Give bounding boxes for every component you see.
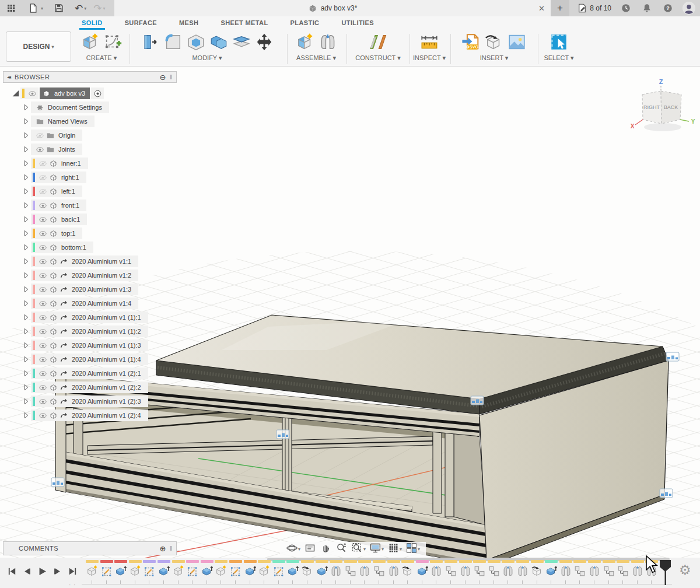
timeline-feature-joint[interactable] <box>502 560 514 578</box>
canvas-icon[interactable] <box>507 32 527 52</box>
timeline-position-marker[interactable] <box>659 559 672 588</box>
save-icon[interactable] <box>52 2 65 15</box>
browser-row-left-1[interactable]: left:1 <box>22 186 82 197</box>
timeline-feature-component[interactable] <box>215 560 228 578</box>
new-tab-button[interactable]: + <box>551 0 569 16</box>
nav-grid-display-button[interactable]: ▾ <box>387 542 402 556</box>
expand-arrow-icon[interactable] <box>22 145 31 154</box>
browser-row-2020-aluminium-v1-2-2[interactable]: 2020 Aluminium v1 (2):2 <box>22 382 148 393</box>
timeline-feature-insert[interactable] <box>301 560 314 578</box>
timeline-feature-extrude[interactable] <box>201 560 214 578</box>
joint-icon[interactable] <box>318 32 338 52</box>
browser-row-bottom-1[interactable]: bottom:1 <box>22 242 93 253</box>
timeline-feature-copy[interactable] <box>603 560 615 578</box>
timeline-feature-joint[interactable] <box>588 560 601 578</box>
group-label-inspect[interactable]: INSPECT ▾ <box>408 54 450 62</box>
caret-down-icon[interactable]: ▾ <box>400 547 402 552</box>
expand-arrow-icon[interactable] <box>22 397 31 406</box>
joint-glyph[interactable] <box>660 489 673 498</box>
timeline-feature-joint[interactable] <box>430 560 443 578</box>
visibility-eye-icon[interactable] <box>37 397 48 406</box>
split-icon[interactable] <box>232 32 251 52</box>
new-component-icon[interactable] <box>295 32 315 52</box>
expand-arrow-icon[interactable] <box>22 327 31 336</box>
visibility-eye-icon[interactable] <box>37 411 48 420</box>
browser-row-named-views[interactable]: Named Views <box>22 116 94 127</box>
browser-row-front-1[interactable]: front:1 <box>22 200 86 211</box>
group-label-construct[interactable]: CONSTRUCT ▾ <box>350 54 406 62</box>
visibility-eye-icon[interactable] <box>27 89 37 98</box>
help-icon[interactable]: ? <box>662 2 674 15</box>
joint-glyph[interactable] <box>471 396 484 405</box>
timeline-feature-extrude[interactable] <box>114 560 127 578</box>
joint-glyph[interactable] <box>666 352 679 361</box>
timeline-feature-sketch[interactable] <box>272 560 285 578</box>
timeline-feature-extrude[interactable] <box>316 560 328 578</box>
visibility-eye-icon[interactable] <box>37 383 48 392</box>
nav-fit-button[interactable]: ▾ <box>351 542 366 556</box>
fillet-icon[interactable] <box>163 32 183 52</box>
timeline-step-forward-button[interactable] <box>52 566 62 579</box>
timeline-feature-copy[interactable] <box>344 560 357 578</box>
timeline-feature-component[interactable] <box>258 560 271 578</box>
browser-row-origin[interactable]: Origin <box>22 130 82 141</box>
visibility-eye-icon[interactable] <box>37 215 48 224</box>
visibility-eye-icon[interactable] <box>37 159 48 168</box>
timeline-feature-insert[interactable] <box>401 560 414 578</box>
timeline-feature-joint[interactable] <box>387 560 400 578</box>
browser-row-2020-aluminium-v1-2-3[interactable]: 2020 Aluminium v1 (2):3 <box>22 396 148 407</box>
add-comment-icon[interactable]: ⊕ <box>160 545 166 552</box>
timeline-feature-extrude[interactable] <box>158 560 170 578</box>
visibility-eye-icon[interactable] <box>37 243 48 252</box>
expand-arrow-icon[interactable] <box>22 201 31 210</box>
app-menu-icon[interactable] <box>5 2 18 15</box>
timeline-feature-joint[interactable] <box>631 560 644 578</box>
browser-row-2020-aluminium-v1-3[interactable]: 2020 Aluminium v1:3 <box>22 284 138 295</box>
ribbon-tab-surface[interactable]: SURFACE <box>125 19 157 29</box>
expand-arrow-icon[interactable] <box>22 369 31 378</box>
timeline-feature-joint[interactable] <box>330 560 342 578</box>
insert-svg-icon[interactable]: ⚙SVG <box>461 32 481 52</box>
timeline-feature-copy[interactable] <box>373 560 386 578</box>
viewcube[interactable]: Z RIGHT BACK X Y <box>629 76 698 136</box>
remove-panel-icon[interactable]: ⊖ <box>160 74 166 81</box>
close-tab-icon[interactable]: ✕ <box>538 4 545 13</box>
group-label-insert[interactable]: INSERT ▾ <box>455 54 533 62</box>
browser-row-2020-aluminium-v1-1-3[interactable]: 2020 Aluminium v1 (1):3 <box>22 340 148 351</box>
plane-icon[interactable] <box>368 32 388 52</box>
expand-arrow-icon[interactable] <box>22 229 31 238</box>
caret-down-icon[interactable]: ▾ <box>418 547 420 552</box>
browser-header[interactable]: ◂◂ BROWSER ⊖ ‖ <box>3 71 177 83</box>
job-status[interactable]: 8 of 10 <box>577 2 611 15</box>
expand-arrow-icon[interactable] <box>22 243 31 252</box>
collapse-panel-icon[interactable]: ◂◂ <box>7 74 10 80</box>
visibility-eye-icon[interactable] <box>37 187 48 196</box>
group-label-select[interactable]: SELECT ▾ <box>540 54 578 62</box>
ribbon-tab-utilities[interactable]: UTILITIES <box>341 19 374 29</box>
file-menu-icon[interactable] <box>27 2 40 15</box>
caret-down-icon[interactable]: ▾ <box>363 547 366 552</box>
visibility-eye-icon[interactable] <box>37 327 48 336</box>
timeline-go-end-button[interactable] <box>68 566 78 579</box>
timeline-feature-copy[interactable] <box>444 560 457 578</box>
nav-look-at-button[interactable] <box>304 542 316 556</box>
timeline-feature-copy[interactable] <box>473 560 486 578</box>
browser-row-2020-aluminium-v1-1-4[interactable]: 2020 Aluminium v1 (1):4 <box>22 354 148 365</box>
group-label-create[interactable]: CREATE ▾ <box>77 54 126 62</box>
timeline-play-button[interactable] <box>37 566 47 579</box>
browser-row-inner-1[interactable]: inner:1 <box>22 158 88 169</box>
visibility-eye-icon[interactable] <box>34 145 45 154</box>
nav-pan-button[interactable] <box>320 542 332 556</box>
panel-drag-handle[interactable]: ‖ <box>170 545 173 552</box>
expand-arrow-icon[interactable] <box>22 271 31 280</box>
timeline-feature-component[interactable] <box>172 560 185 578</box>
expand-arrow-icon[interactable] <box>22 355 31 364</box>
visibility-eye-icon[interactable] <box>37 173 48 182</box>
visibility-eye-icon[interactable] <box>37 285 48 294</box>
timeline-feature-sketch[interactable] <box>100 560 113 578</box>
expand-arrow-icon[interactable] <box>22 215 31 224</box>
caret-down-icon[interactable]: ▾ <box>298 547 300 552</box>
insert-mesh-icon[interactable] <box>484 32 504 52</box>
measure-icon[interactable] <box>419 32 439 52</box>
timeline-settings-gear-icon[interactable]: ⚙ <box>679 564 691 577</box>
